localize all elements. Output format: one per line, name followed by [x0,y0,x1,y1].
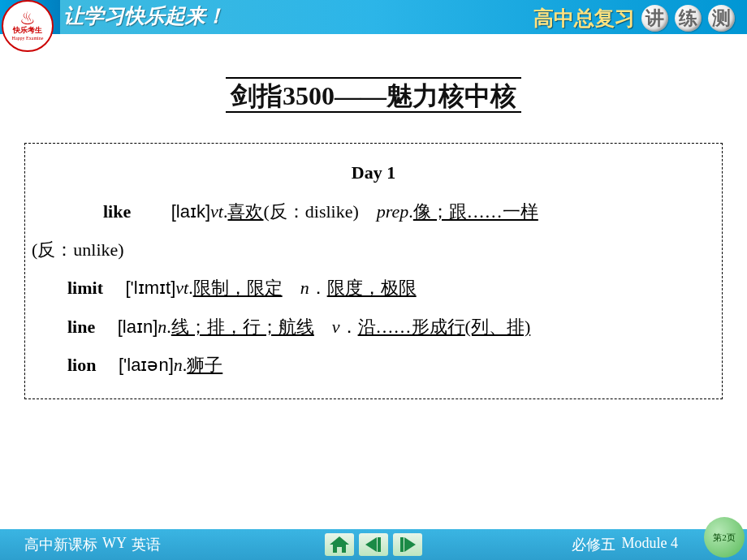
module-label: Module 4 [622,535,679,554]
word: lion [67,355,96,375]
svg-marker-1 [365,537,377,552]
phonetic: [laɪn] [118,317,158,337]
curriculum-label: 高中新课标 [24,535,97,554]
vocab-entry: like [laɪk]vt.喜欢(反：dislike) prep.像；跟……一样 [32,192,715,230]
footer-bar: 高中新课标 WY 英语 必修五 Module 4 第2页 [0,529,747,560]
vocab-entry: lion ['laɪən]n.狮子 [32,346,715,384]
vocab-entry-cont: (反：unlike) [32,230,715,269]
page-title: 剑指3500——魅力核中核 [226,77,521,113]
svg-rect-2 [378,537,381,552]
word: like [67,192,131,230]
book-label: 必修五 [572,535,615,554]
definition: n.线；排，行；航线 v．沿……形成行(列、排) [158,317,530,337]
flame-icon: ♨ [19,11,36,26]
svg-rect-3 [400,537,404,552]
footer-right: 必修五 Module 4 [572,535,679,554]
badge-lecture: 讲 [641,5,668,32]
word: line [67,317,95,337]
logo: ♨ 快乐考生 Happy Examine [2,0,54,52]
review-label: 高中总复习 [533,5,635,32]
slogan-text: 让学习快乐起来！ [63,2,226,29]
logo-subtext: Happy Examine [12,36,44,41]
content-box: Day 1 like [laɪk]vt.喜欢(反：dislike) prep.像… [24,143,723,399]
phonetic: ['laɪən] [119,355,174,375]
subject-label: 英语 [132,535,161,554]
next-button[interactable] [393,533,422,556]
svg-marker-0 [330,536,349,553]
logo-text: 快乐考生 [13,25,42,36]
badge-test: 测 [708,5,735,32]
home-button[interactable] [325,533,354,556]
day-title: Day 1 [32,153,715,192]
title-band: 剑指3500——魅力核中核 [0,71,747,114]
footer-left: 高中新课标 WY 英语 [24,535,161,554]
definition: vt.喜欢(反：dislike) prep.像；跟……一样 [210,201,538,222]
svg-marker-4 [404,537,416,552]
header-bar: ♨ 快乐考生 Happy Examine 让学习快乐起来！ 高中总复习 讲 练 … [0,0,747,34]
nav-controls [325,533,422,556]
header-right: 高中总复习 讲 练 测 [533,5,735,32]
badge-practice: 练 [675,5,702,32]
vocab-entry: line [laɪn]n.线；排，行；航线 v．沿……形成行(列、排) [32,308,715,346]
phonetic: [laɪk] [171,201,210,222]
definition: vt.限制，限定 n．限度，极限 [175,278,416,298]
page-number: 第2页 [704,517,745,558]
vocab-entry: limit ['lɪmɪt]vt.限制，限定 n．限度，极限 [32,269,715,307]
phonetic: ['lɪmɪt] [126,278,176,298]
word: limit [67,278,103,298]
definition: n.狮子 [174,355,223,375]
publisher-code: WY [102,535,127,554]
prev-button[interactable] [359,533,388,556]
